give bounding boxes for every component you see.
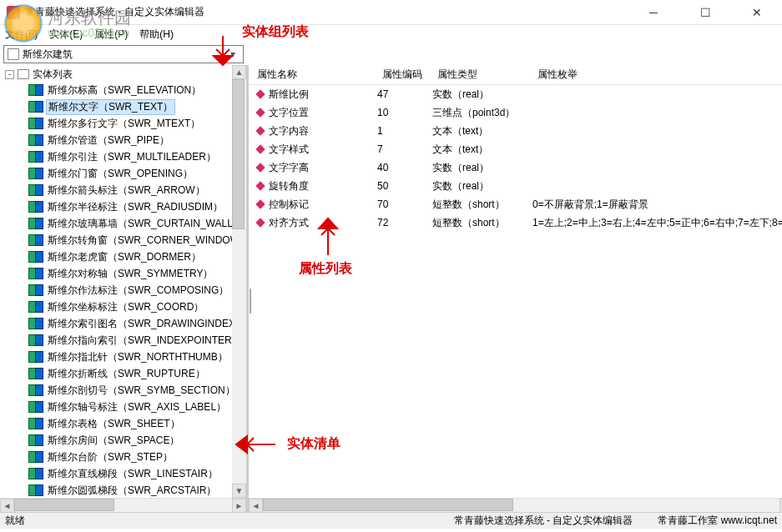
cell-type: 三维点（point3d）	[429, 106, 529, 120]
node-icon	[28, 251, 43, 263]
tree-item-label: 斯维尔老虎窗（SWR_DORMER）	[46, 250, 203, 264]
table-row[interactable]: 旋转角度50实数（real）	[249, 177, 782, 195]
diamond-icon	[255, 163, 265, 172]
tree-item[interactable]: 斯维尔引注（SWR_MULTILEADER）	[28, 148, 246, 165]
col-type[interactable]: 属性类型	[429, 68, 529, 82]
scroll-thumb[interactable]	[232, 79, 245, 229]
tree-item[interactable]: 斯维尔直线梯段（SWR_LINESTAIR）	[28, 465, 246, 482]
scroll-down-icon[interactable]: ▼	[232, 484, 246, 498]
list-hscrollbar[interactable]: ◄ ►	[249, 498, 782, 512]
scroll-left-icon[interactable]: ◄	[0, 499, 14, 513]
right-pane: 属性名称 属性编码 属性类型 属性枚举 斯维比例47实数（real）文字位置10…	[249, 65, 782, 512]
hscroll-track[interactable]	[263, 499, 779, 512]
tree-item[interactable]: 斯维尔半径标注（SWR_RADIUSDIM）	[28, 198, 246, 215]
maximize-button[interactable]: ☐	[687, 1, 724, 24]
col-name[interactable]: 属性名称	[249, 68, 374, 82]
scroll-up-icon[interactable]: ▲	[232, 65, 246, 79]
tree-root[interactable]: - 实体列表	[3, 67, 246, 82]
tree-item[interactable]: 斯维尔房间（SWR_SPACE）	[28, 432, 246, 449]
hscroll-thumb[interactable]	[14, 499, 114, 511]
minimize-button[interactable]: ─	[635, 1, 672, 24]
diamond-icon	[255, 89, 265, 98]
tree-item[interactable]: 斯维尔坐标标注（SWR_COORD）	[28, 299, 246, 315]
cell-enum: 0=不屏蔽背景;1=屏蔽背景	[529, 198, 782, 212]
tree-item[interactable]: 斯维尔多行文字（SWR_MTEXT）	[28, 115, 246, 132]
menu-entity[interactable]: 实体(E)	[49, 28, 83, 42]
node-icon	[28, 168, 43, 179]
tree-item[interactable]: 斯维尔剖切号（SWR_SYMB_SECTION）	[28, 382, 246, 399]
cell-type: 文本（text）	[429, 124, 529, 138]
tree-item[interactable]: 斯维尔管道（SWR_PIPE）	[28, 132, 246, 148]
cell-name: 文字样式	[269, 143, 309, 157]
table-row[interactable]: 斯维比例47实数（real）	[249, 85, 782, 103]
tree-item-label: 斯维尔多行文字（SWR_MTEXT）	[46, 117, 202, 131]
node-icon	[28, 184, 43, 196]
cell-code: 1	[374, 125, 429, 137]
tree-item-label: 斯维尔管道（SWR_PIPE）	[46, 133, 171, 148]
cell-code: 70	[374, 198, 429, 210]
scroll-left-icon[interactable]: ◄	[249, 499, 263, 513]
tree-item-label: 斯维尔作法标注（SWR_COMPOSING）	[46, 284, 230, 298]
tree-item[interactable]: 斯维尔文字（SWR_TEXT）	[28, 98, 246, 115]
node-icon	[28, 151, 43, 163]
tree-item[interactable]: 斯维尔折断线（SWR_RUPTURE）	[28, 365, 246, 382]
tree-item[interactable]: 斯维尔箭头标注（SWR_ARROW）	[28, 182, 246, 198]
hscroll-thumb[interactable]	[263, 499, 513, 511]
combo-icon	[8, 48, 19, 60]
list-body: 斯维比例47实数（real）文字位置10三维点（point3d）文字内容1文本（…	[249, 85, 782, 498]
entity-tree: - 实体列表 斯维尔标高（SWR_ELEVATION）斯维尔文字（SWR_TEX…	[0, 65, 246, 498]
tree-item[interactable]: 斯维尔台阶（SWR_STEP）	[28, 449, 246, 465]
close-button[interactable]: ✕	[739, 1, 775, 24]
cell-type: 实数（real）	[429, 88, 529, 102]
left-pane: - 实体列表 斯维尔标高（SWR_ELEVATION）斯维尔文字（SWR_TEX…	[0, 65, 247, 512]
tree-item[interactable]: 斯维尔指北针（SWR_NORTHTHUMB）	[28, 349, 246, 365]
cell-name: 对齐方式	[269, 216, 309, 230]
tree-vscrollbar[interactable]: ▲ ▼	[232, 65, 246, 498]
chevron-down-icon[interactable]: ▾	[226, 48, 240, 60]
menu-help[interactable]: 帮助(H)	[139, 28, 174, 42]
node-icon	[28, 451, 43, 463]
tree-item[interactable]: 斯维尔对称轴（SWR_SYMMETRY）	[28, 265, 246, 282]
entity-group-combo[interactable]: 斯维尔建筑 ▾	[3, 45, 244, 63]
tree-item-label: 斯维尔指北针（SWR_NORTHTHUMB）	[46, 350, 230, 364]
hscroll-track[interactable]	[14, 499, 232, 512]
col-code[interactable]: 属性编码	[374, 68, 429, 82]
tree-item[interactable]: 斯维尔作法标注（SWR_COMPOSING）	[28, 282, 246, 299]
tree-item-label: 斯维尔直线梯段（SWR_LINESTAIR）	[46, 467, 219, 481]
tree-item[interactable]: 斯维尔玻璃幕墙（SWR_CURTAIN_WALL）	[28, 215, 246, 232]
node-icon	[28, 368, 43, 379]
node-icon	[28, 201, 43, 213]
tree-item-label: 斯维尔坐标标注（SWR_COORD）	[46, 300, 205, 314]
menu-file[interactable]: 文件(F)	[5, 28, 38, 42]
table-row[interactable]: 控制标记70短整数（short）0=不屏蔽背景;1=屏蔽背景	[249, 195, 782, 213]
node-icon	[28, 84, 43, 96]
tree-item-label: 斯维尔表格（SWR_SHEET）	[46, 417, 182, 431]
tree-item-label: 斯维尔玻璃幕墙（SWR_CURTAIN_WALL）	[46, 217, 245, 231]
table-row[interactable]: 文字字高40实数（real）	[249, 158, 782, 177]
tree-item[interactable]: 斯维尔标高（SWR_ELEVATION）	[28, 82, 246, 98]
menu-attr[interactable]: 属性(P)	[94, 28, 128, 42]
title-bar: 常青藤快速选择系统 - 自定义实体编辑器 ─ ☐ ✕	[0, 0, 782, 25]
tree-item[interactable]: 斯维尔指向索引（SWR_INDEXPOINTER）	[28, 332, 246, 349]
tree-item[interactable]: 斯维尔索引图名（SWR_DRAWINGINDEX）	[28, 315, 246, 332]
tree-item[interactable]: 斯维尔轴号标注（SWR_AXIS_LABEL）	[28, 399, 246, 415]
tree-item[interactable]: 斯维尔老虎窗（SWR_DORMER）	[28, 248, 246, 265]
col-enum[interactable]: 属性枚举	[529, 68, 782, 82]
table-row[interactable]: 文字样式7文本（text）	[249, 140, 782, 158]
tree-item[interactable]: 斯维尔表格（SWR_SHEET）	[28, 415, 246, 432]
diamond-icon	[255, 144, 265, 153]
tree-hscrollbar[interactable]: ◄ ►	[0, 498, 246, 512]
node-icon	[28, 484, 43, 496]
expander-icon[interactable]: -	[5, 70, 14, 79]
scroll-track[interactable]	[232, 79, 246, 484]
table-row[interactable]: 文字内容1文本（text）	[249, 122, 782, 140]
tree-item[interactable]: 斯维尔转角窗（SWR_CORNER_WINDOW）	[28, 232, 246, 248]
cell-type: 短整数（short）	[429, 216, 529, 230]
table-row[interactable]: 对齐方式72短整数（short）1=左上;2=中上;3=右上;4=左中;5=正中…	[249, 213, 782, 232]
table-row[interactable]: 文字位置10三维点（point3d）	[249, 103, 782, 122]
tree-item[interactable]: 斯维尔门窗（SWR_OPENING）	[28, 165, 246, 182]
tree-item[interactable]: 斯维尔圆弧梯段（SWR_ARCSTAIR）	[28, 482, 246, 498]
cell-name: 旋转角度	[269, 179, 309, 193]
scroll-right-icon[interactable]: ►	[232, 499, 246, 513]
cell-name: 文字字高	[269, 161, 309, 175]
